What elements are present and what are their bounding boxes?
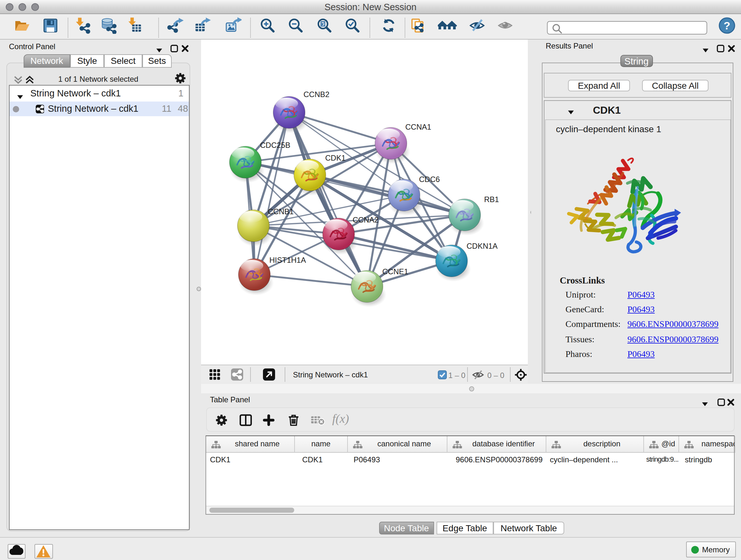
svg-text:CCNE1: CCNE1 — [382, 267, 408, 276]
svg-text:CCNA1: CCNA1 — [405, 123, 431, 131]
svg-text:CCNB2: CCNB2 — [303, 90, 329, 99]
svg-text:CCNA2: CCNA2 — [352, 215, 378, 224]
svg-text:HIST1H1A: HIST1H1A — [269, 256, 306, 264]
svg-text:CDK1: CDK1 — [325, 153, 345, 162]
svg-text:CCNB1: CCNB1 — [267, 207, 293, 216]
svg-text:RB1: RB1 — [484, 195, 499, 204]
svg-text:CDC6: CDC6 — [419, 175, 440, 184]
svg-text:?: ? — [724, 19, 730, 31]
svg-text:CDKN1A: CDKN1A — [466, 242, 497, 250]
svg-text:CDC25B: CDC25B — [260, 141, 290, 149]
